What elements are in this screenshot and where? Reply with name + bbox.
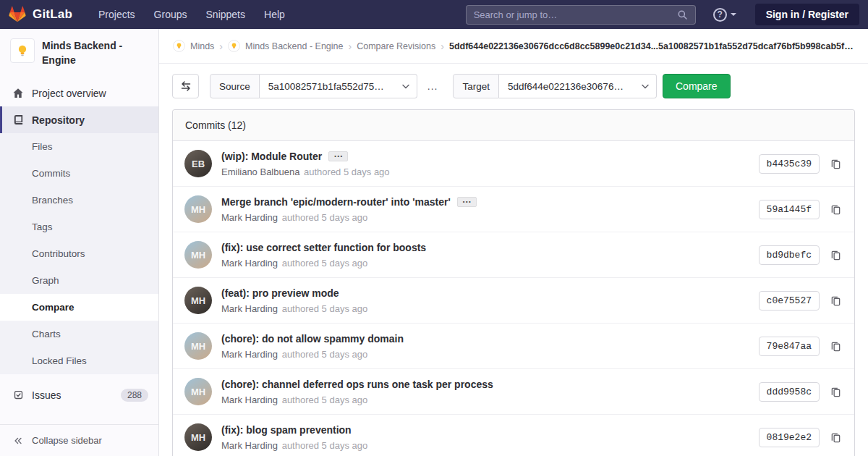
chevron-down-icon: [402, 84, 409, 89]
commit-sha-link[interactable]: c0e75527: [759, 291, 820, 311]
copy-sha-button[interactable]: [829, 385, 843, 399]
sidebar-subitem-tags[interactable]: Tags: [0, 214, 158, 240]
copy-sha-button[interactable]: [829, 431, 843, 444]
avatar[interactable]: MH: [184, 378, 212, 405]
sidebar-subitem-graph[interactable]: Graph: [0, 267, 158, 294]
expand-commit-message-button[interactable]: …: [328, 151, 348, 161]
nav-link-groups[interactable]: Groups: [154, 9, 187, 20]
sidebar-menu: Project overview Repository Files Commit…: [0, 80, 158, 408]
collapse-sidebar-label: Collapse sidebar: [32, 435, 102, 446]
nav-link-projects[interactable]: Projects: [98, 9, 135, 20]
avatar[interactable]: MH: [184, 332, 212, 360]
commit-sha-link[interactable]: ddd9958c: [759, 382, 820, 402]
collapse-sidebar-button[interactable]: Collapse sidebar: [0, 424, 158, 456]
project-header: Minds Backend - Engine: [0, 29, 158, 74]
chevron-down-icon: [642, 84, 649, 89]
project-name[interactable]: Minds Backend - Engine: [42, 38, 148, 67]
search-input[interactable]: [474, 9, 677, 20]
commit-row: MH (feat): pro preview mode Mark Harding…: [173, 278, 854, 324]
breadcrumb-current-range: 5ddf644e022136e30676dcc6d8cc5899e0c21d34…: [449, 41, 854, 51]
project-avatar[interactable]: [10, 38, 35, 63]
commit-author-link[interactable]: Mark Harding: [221, 212, 278, 223]
sidebar-item-issues[interactable]: Issues 288: [0, 381, 158, 408]
sidebar-subitem-contributors[interactable]: Contributors: [0, 240, 158, 267]
commit-author-link[interactable]: Emiliano Balbuena: [221, 166, 299, 177]
sidebar-item-repository[interactable]: Repository: [0, 106, 158, 133]
commit-title-link[interactable]: (chore): do not allow spammy domain: [221, 333, 404, 345]
sidebar-subitem-branches[interactable]: Branches: [0, 187, 158, 214]
home-icon: [12, 88, 24, 99]
avatar[interactable]: MH: [184, 195, 212, 223]
commit-title-link[interactable]: (feat): pro preview mode: [221, 287, 339, 299]
avatar[interactable]: MH: [184, 287, 212, 314]
sidebar-subitem-charts[interactable]: Charts: [0, 321, 158, 347]
nav-link-snippets[interactable]: Snippets: [206, 9, 245, 20]
commit-title-link[interactable]: (chore): channel deferred ops runs one t…: [221, 379, 493, 390]
copy-sha-button[interactable]: [829, 157, 843, 171]
compare-button[interactable]: Compare: [663, 74, 731, 98]
copy-sha-button[interactable]: [829, 248, 843, 262]
gitlab-logo-icon: [9, 6, 26, 23]
commit-sha-link[interactable]: 59a1445f: [759, 200, 820, 219]
sidebar-subitem-locked-files[interactable]: Locked Files: [0, 347, 158, 374]
copy-icon: [830, 387, 841, 397]
expand-commit-message-button[interactable]: …: [457, 197, 477, 207]
commit-authored-text: authored 5 days ago: [282, 212, 368, 223]
commit-meta: Mark Harding authored 5 days ago: [221, 349, 750, 360]
avatar[interactable]: EB: [184, 150, 212, 177]
commit-sha-link[interactable]: bd9dbefc: [759, 245, 820, 265]
source-revision-value: 5a10082571b1fa552d75…: [268, 81, 384, 92]
copy-icon: [830, 204, 841, 215]
commit-title-link[interactable]: (fix): use correct setter function for b…: [221, 242, 426, 253]
commit-title-link[interactable]: Merge branch 'epic/modern-router' into '…: [221, 196, 451, 208]
target-revision-dropdown[interactable]: 5ddf644e022136e30676…: [499, 74, 657, 98]
swap-revisions-icon: [180, 80, 192, 92]
repository-section: Repository Files Commits Branches Tags C…: [0, 106, 158, 374]
main-content: Minds › Minds Backend - Engine › Compare…: [159, 29, 868, 456]
commit-sha-link[interactable]: 0819e2e2: [759, 428, 820, 447]
commit-author-link[interactable]: Mark Harding: [221, 258, 278, 269]
copy-icon: [830, 250, 841, 261]
chevron-down-icon: [731, 13, 736, 16]
commit-authored-text: authored 5 days ago: [304, 166, 390, 177]
nav-link-help[interactable]: Help: [264, 9, 285, 20]
gitlab-home-link[interactable]: GitLab: [9, 6, 72, 23]
commit-row: MH Merge branch 'epic/modern-router' int…: [173, 187, 854, 232]
sidebar-subitem-files[interactable]: Files: [0, 133, 158, 160]
commit-authored-text: authored 5 days ago: [282, 349, 368, 360]
copy-sha-button[interactable]: [829, 339, 843, 353]
avatar[interactable]: MH: [184, 241, 212, 269]
help-icon: ?: [713, 8, 727, 22]
commit-sha-link[interactable]: 79e847aa: [759, 337, 820, 356]
sidebar-item-label: Repository: [32, 114, 85, 126]
source-revision-dropdown[interactable]: 5a10082571b1fa552d75…: [260, 74, 417, 98]
sidebar-subitem-commits[interactable]: Commits: [0, 160, 158, 187]
copy-sha-button[interactable]: [829, 294, 843, 308]
commit-row: MH (chore): do not allow spammy domain M…: [173, 324, 854, 369]
sign-in-button[interactable]: Sign in / Register: [755, 4, 859, 25]
help-menu-button[interactable]: ?: [713, 8, 736, 22]
commit-title-link[interactable]: (fix): blog spam prevention: [221, 424, 352, 436]
commit-author-link[interactable]: Mark Harding: [221, 394, 278, 405]
swap-revisions-button[interactable]: [172, 74, 199, 98]
commit-title-link[interactable]: (wip): Module Router: [221, 151, 322, 162]
breadcrumb-project-link[interactable]: Minds Backend - Engine: [245, 41, 344, 51]
commit-author-link[interactable]: Mark Harding: [221, 440, 278, 451]
search-icon: [677, 9, 688, 20]
commit-meta: Mark Harding authored 5 days ago: [221, 394, 750, 405]
commit-meta: Mark Harding authored 5 days ago: [221, 258, 750, 269]
sidebar-item-project-overview[interactable]: Project overview: [0, 80, 158, 106]
commit-sha-link[interactable]: b4435c39: [759, 154, 820, 174]
commit-row: MH (fix): use correct setter function fo…: [173, 232, 854, 278]
breadcrumb-section-link[interactable]: Compare Revisions: [357, 41, 435, 51]
avatar[interactable]: MH: [184, 423, 212, 451]
copy-sha-button[interactable]: [829, 203, 843, 216]
sidebar-subitem-compare[interactable]: Compare: [0, 294, 158, 321]
commit-author-link[interactable]: Mark Harding: [221, 349, 278, 360]
global-search[interactable]: [466, 5, 696, 25]
breadcrumb-group-link[interactable]: Minds: [190, 41, 214, 51]
breadcrumb: Minds › Minds Backend - Engine › Compare…: [159, 29, 868, 64]
commit-meta: Emiliano Balbuena authored 5 days ago: [221, 166, 750, 177]
commit-row: MH (fix): blog spam prevention Mark Hard…: [173, 415, 854, 456]
commit-author-link[interactable]: Mark Harding: [221, 303, 278, 314]
